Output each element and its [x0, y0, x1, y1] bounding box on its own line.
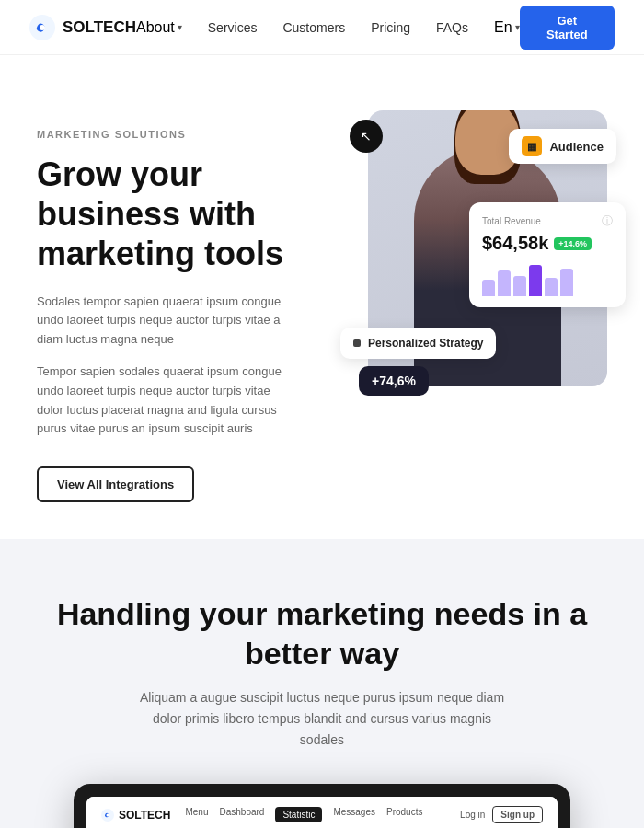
mini-bar-5	[560, 269, 573, 296]
device-logo-icon	[101, 809, 114, 822]
svg-point-3	[107, 813, 109, 816]
logo-text: SOLTECH	[63, 18, 136, 37]
section2-title: Handling your marketing needs in a bette…	[37, 594, 607, 673]
mini-bar-4	[545, 278, 558, 296]
audience-card: ▦ Audience	[509, 129, 616, 164]
device-nav-statistic[interactable]: Statistic	[275, 807, 322, 822]
device-mockup: SOLTECH Menu Dashboard Statistic Message…	[74, 784, 570, 828]
arrow-icon: ↖	[361, 129, 372, 144]
nav-customers[interactable]: Customers	[282, 20, 345, 35]
mini-bar-chart	[482, 263, 613, 296]
device-nav-actions: Log in Sign up	[460, 806, 543, 823]
revenue-badge: +14.6%	[554, 237, 592, 250]
device-logo-text: SOLTECH	[119, 809, 170, 822]
device-signup[interactable]: Sign up	[492, 806, 543, 823]
strategy-icon	[353, 339, 361, 347]
hero-left: Marketing Solutions Grow your business w…	[37, 110, 313, 502]
device-inner: SOLTECH Menu Dashboard Statistic Message…	[86, 797, 558, 828]
grid-icon: ▦	[527, 141, 536, 153]
navigation: SOLTECH About ▾ Services Customers Prici…	[0, 0, 644, 55]
svg-point-1	[40, 25, 45, 30]
view-integrations-button[interactable]: View All Integrations	[37, 466, 194, 502]
device-nav-dashboard[interactable]: Dashboard	[219, 807, 264, 822]
nav-links: About ▾ Services Customers Pricing FAQs …	[136, 19, 520, 36]
device-login[interactable]: Log in	[460, 810, 485, 820]
hero-label: Marketing Solutions	[37, 129, 313, 140]
mini-bar-3	[529, 265, 542, 296]
device-nav-messages[interactable]: Messages	[333, 807, 375, 822]
nav-services[interactable]: Services	[208, 20, 258, 35]
chevron-lang-icon: ▾	[515, 22, 520, 32]
nav-lang[interactable]: En ▾	[494, 19, 520, 36]
hero-desc-1: Sodales tempor sapien quaerat ipsum cong…	[37, 293, 285, 350]
device-logo: SOLTECH	[101, 809, 170, 822]
section2-desc: Aliquam a augue suscipit luctus neque pu…	[129, 687, 515, 751]
hero-title: Grow your business with marketing tools	[37, 155, 313, 274]
chevron-down-icon: ▾	[178, 22, 182, 32]
device-nav: SOLTECH Menu Dashboard Statistic Message…	[86, 797, 558, 828]
back-arrow-button[interactable]: ↖	[350, 120, 383, 153]
percent-card: +74,6%	[359, 366, 429, 396]
revenue-card: Total Revenue ⓘ $64,58k +14.6%	[469, 202, 626, 307]
strategy-label: Personalized Strategy	[368, 337, 483, 350]
revenue-label: Total Revenue ⓘ	[482, 213, 613, 229]
hero-right: ↖ ▦ Audience Total Revenue ⓘ	[331, 110, 607, 405]
hero-desc-2: Tempor sapien sodales quaerat ipsum cong…	[37, 362, 285, 439]
device-nav-links: Menu Dashboard Statistic Messages Produc…	[185, 807, 422, 822]
audience-label: Audience	[549, 140, 604, 154]
audience-icon: ▦	[522, 136, 542, 156]
device-nav-menu[interactable]: Menu	[185, 807, 208, 822]
device-nav-products[interactable]: Products	[386, 807, 422, 822]
logo[interactable]: SOLTECH	[29, 15, 136, 40]
strategy-card: Personalized Strategy	[340, 328, 496, 359]
logo-icon	[29, 15, 55, 40]
get-started-button[interactable]: Get Started	[520, 6, 615, 50]
revenue-amount: $64,58k +14.6%	[482, 233, 613, 254]
nav-faqs[interactable]: FAQs	[436, 20, 468, 35]
section2: Handling your marketing needs in a bette…	[0, 539, 644, 828]
mini-bar-1	[498, 270, 511, 296]
info-icon: ⓘ	[602, 213, 613, 229]
nav-pricing[interactable]: Pricing	[371, 20, 410, 35]
mini-bar-2	[513, 276, 526, 296]
nav-about[interactable]: About ▾	[136, 19, 182, 36]
mini-bar-0	[482, 280, 495, 296]
hero-section: Marketing Solutions Grow your business w…	[0, 55, 644, 539]
